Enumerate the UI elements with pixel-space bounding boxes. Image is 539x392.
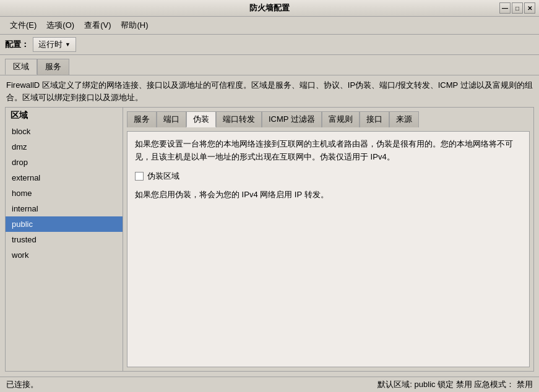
zone-list-container: 区域 block dmz drop external home internal… [6,108,123,371]
masquerade-checkbox-row: 伪装区域 [135,170,522,183]
zone-list-title: 区域 [6,108,123,124]
status-left: 已连接。 [6,379,38,390]
zone-item-home[interactable]: home [6,185,123,201]
title-bar: 防火墙配置 — □ ✕ [0,0,539,17]
title-bar-buttons: — □ ✕ [499,2,535,14]
inner-tab-interfaces[interactable]: 接口 [360,111,389,127]
menu-view[interactable]: 查看(V) [79,19,116,32]
runtime-dropdown[interactable]: 运行时 ▼ [33,37,76,52]
inner-tab-icmp[interactable]: ICMP 过滤器 [262,111,322,127]
zone-item-internal[interactable]: internal [6,201,123,216]
zone-item-dmz[interactable]: dmz [6,139,123,155]
menu-options[interactable]: 选项(O) [41,19,79,32]
masquerade-forward-text: 如果您启用伪装，将会为您的 IPv4 网络启用 IP 转发。 [135,189,522,202]
inner-tab-masquerade[interactable]: 伪装 [186,111,216,127]
minimize-button[interactable]: — [499,2,511,14]
status-bar: 已连接。 默认区域: public 锁定 禁用 应急模式： 禁用 [0,377,539,392]
masquerade-checkbox[interactable] [135,172,144,181]
config-label: 配置： [5,39,29,50]
app-title: 防火墙配置 [249,2,290,14]
inner-tab-sources[interactable]: 来源 [389,111,419,127]
close-button[interactable]: ✕ [524,2,535,14]
description-area: FirewallD 区域定义了绑定的网络连接、接口以及源地址的可信程度。区域是服… [0,75,539,107]
zone-list: block dmz drop external home internal pu… [6,124,123,371]
zone-item-block[interactable]: block [6,124,123,139]
zone-item-work[interactable]: work [6,247,123,263]
menu-file[interactable]: 文件(E) [5,19,41,32]
inner-tab-services[interactable]: 服务 [127,111,157,127]
masquerade-description: 如果您要设置一台将您的本地网络连接到互联网的主机或者路由器，伪装是很有用的。您的… [135,138,522,164]
right-panel: 服务 端口 伪装 端口转发 ICMP 过滤器 富规则 接口 来源 如果您要设置一… [123,108,533,371]
masquerade-checkbox-label: 伪装区域 [147,170,179,183]
content-panel: 区域 block dmz drop external home internal… [5,107,534,372]
status-right: 默认区域: public 锁定 禁用 应急模式： 禁用 [377,379,533,390]
zone-item-trusted[interactable]: trusted [6,232,123,247]
description-text: FirewallD 区域定义了绑定的网络连接、接口以及源地址的可信程度。区域是服… [6,80,533,102]
masquerade-tab-content: 如果您要设置一台将您的本地网络连接到互联网的主机或者路由器，伪装是很有用的。您的… [127,131,530,367]
zone-item-public[interactable]: public [6,216,123,232]
menu-bar: 文件(E) 选项(O) 查看(V) 帮助(H) [0,17,539,35]
inner-tab-rich-rules[interactable]: 富规则 [322,111,360,127]
zone-item-drop[interactable]: drop [6,155,123,170]
dropdown-arrow-icon: ▼ [65,41,71,48]
menu-help[interactable]: 帮助(H) [116,19,153,32]
inner-tab-ports[interactable]: 端口 [157,111,186,127]
tab-services[interactable]: 服务 [37,59,69,75]
inner-tab-port-forward[interactable]: 端口转发 [216,111,262,127]
tab-zones[interactable]: 区域 [5,59,37,75]
toolbar: 配置： 运行时 ▼ [0,35,539,55]
inner-tabs: 服务 端口 伪装 端口转发 ICMP 过滤器 富规则 接口 来源 [127,111,530,127]
top-tabs: 区域 服务 [0,55,539,75]
maximize-button[interactable]: □ [512,2,523,14]
zone-item-external[interactable]: external [6,170,123,185]
main-content: 区域 服务 FirewallD 区域定义了绑定的网络连接、接口以及源地址的可信程… [0,55,539,377]
runtime-label: 运行时 [38,39,63,50]
